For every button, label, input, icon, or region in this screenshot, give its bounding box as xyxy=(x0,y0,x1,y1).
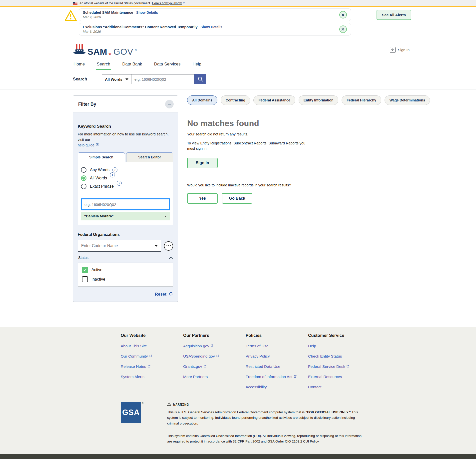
checkbox-active-label: Active xyxy=(91,268,102,272)
alert-show-details-link[interactable]: Show Details xyxy=(136,10,158,14)
footer-link-terms-of-use[interactable]: Terms of Use xyxy=(246,344,308,348)
alert-card: Exclusions “Additional Comments” Content… xyxy=(79,23,351,35)
search-button[interactable] xyxy=(194,74,206,84)
search-input[interactable] xyxy=(131,74,194,84)
select-arrow-icon xyxy=(155,245,158,247)
federal-organizations-heading: Federal Organizations xyxy=(78,232,173,237)
footer-link-our-community[interactable]: Our Community xyxy=(121,354,183,359)
nav-item-data-services[interactable]: Data Services xyxy=(154,61,181,70)
inactive-records-question: Would you like to include inactive recor… xyxy=(187,183,440,187)
external-link-icon xyxy=(149,354,152,359)
gsa-logo: GSA ® xyxy=(121,402,141,423)
checkbox-inactive-label: Inactive xyxy=(91,277,105,282)
dark-footer: SAM.gov An official website of the U.S. … xyxy=(0,454,476,459)
footer-link-acquisition-gov[interactable]: Acquisition.gov xyxy=(183,344,246,348)
footer-link-external-resources[interactable]: External Resources xyxy=(308,375,371,379)
footer-link-restricted-data-use[interactable]: Restricted Data Use xyxy=(246,364,308,369)
pill-federal-hierarchy[interactable]: Federal Hierarchy xyxy=(342,95,381,105)
sign-in-icon xyxy=(390,47,396,53)
no-results-text: Your search did not return any results. xyxy=(187,132,440,136)
footer-link-help[interactable]: Help xyxy=(308,344,371,348)
status-section-toggle[interactable]: Status xyxy=(78,255,173,260)
radio-all-words[interactable] xyxy=(81,175,86,181)
footer-link-system-alerts[interactable]: System Alerts xyxy=(121,375,183,379)
alert-title: Exclusions “Additional Comments” Content… xyxy=(83,25,198,29)
footer-link-privacy-policy[interactable]: Privacy Policy xyxy=(246,354,308,359)
radio-any-words[interactable] xyxy=(81,167,86,173)
close-icon[interactable] xyxy=(339,25,347,33)
footer-link-grants-gov[interactable]: Grants.gov xyxy=(183,364,246,369)
keyword-chip-label: "Daniela Morera" xyxy=(84,214,114,218)
org-more-options-button[interactable] xyxy=(164,241,173,251)
alert-show-details-link[interactable]: Show Details xyxy=(200,25,222,29)
warning-paragraph-1: This is a U.S. General Services Administ… xyxy=(167,410,365,426)
external-link-icon xyxy=(294,375,297,379)
main-nav: Home Search Data Bank Data Services Help xyxy=(0,61,476,70)
footer-link-check-entity-status[interactable]: Check Entity Status xyxy=(308,354,371,359)
content-area: Filter By Keyword Search For more inform… xyxy=(0,89,476,327)
uncle-sam-hat-icon xyxy=(73,43,86,56)
sam-gov-logo[interactable]: SAM ★ GOV ® xyxy=(73,43,137,56)
pill-federal-assistance[interactable]: Federal Assistance xyxy=(253,95,295,105)
go-back-button[interactable]: Go Back xyxy=(222,193,252,204)
footer-link-about-this-site[interactable]: About This Site xyxy=(121,344,183,348)
reset-filters[interactable]: Reset xyxy=(78,292,173,297)
footer-column-our-website: Our Website About This Site Our Communit… xyxy=(121,333,183,389)
logo-sam-text: SAM xyxy=(87,47,107,56)
collapse-filters-button[interactable] xyxy=(165,100,174,108)
external-link-icon xyxy=(147,364,151,369)
gsa-registered-mark: ® xyxy=(142,402,144,405)
tab-search-editor[interactable]: Search Editor xyxy=(126,152,173,162)
chip-remove-icon[interactable]: × xyxy=(164,214,167,218)
footer-link-contact[interactable]: Contact xyxy=(308,385,371,389)
search-row-label: Search xyxy=(73,77,102,82)
warning-title: WARNING xyxy=(173,403,189,407)
footer-column-our-partners: Our Partners Acquisition.gov USASpending… xyxy=(183,333,246,389)
logo-registered-mark: ® xyxy=(135,48,137,51)
nav-item-search[interactable]: Search xyxy=(96,61,111,70)
chevron-down-icon xyxy=(183,2,185,4)
nav-item-help[interactable]: Help xyxy=(192,61,202,70)
keyword-input[interactable] xyxy=(81,198,170,210)
nav-item-data-bank[interactable]: Data Bank xyxy=(122,61,142,70)
alert-date: Mar 6, 2026 xyxy=(83,30,335,33)
site-header: SAM ★ GOV ® Sign In xyxy=(0,38,476,61)
footer-link-accessibility[interactable]: Accessibility xyxy=(246,385,308,389)
external-link-icon xyxy=(95,143,99,148)
radio-exact-phrase[interactable] xyxy=(81,184,86,189)
footer-link-foia[interactable]: Freedom of Information Act xyxy=(246,375,308,379)
close-icon[interactable] xyxy=(339,11,347,18)
footer-link-federal-service-desk[interactable]: Federal Service Desk xyxy=(308,364,371,369)
radio-any-words-label: Any Words xyxy=(90,168,109,172)
checkbox-active[interactable] xyxy=(82,267,88,273)
sign-in-required-text: To view Entity Registrations, Subcontrac… xyxy=(187,141,313,151)
info-icon[interactable]: i xyxy=(117,181,122,186)
checkbox-inactive[interactable] xyxy=(82,276,88,282)
pill-wage-determinations[interactable]: Wage Determinations xyxy=(385,95,430,105)
footer-link-more-partners[interactable]: More Partners xyxy=(183,375,246,379)
pill-contracting[interactable]: Contracting xyxy=(221,95,250,105)
search-mode-select[interactable]: All Words xyxy=(102,74,131,84)
info-icon[interactable]: i xyxy=(110,172,115,177)
tab-simple-search[interactable]: Simple Search xyxy=(78,152,125,162)
radio-all-words-label: All Words xyxy=(90,176,107,180)
see-all-alerts-button[interactable]: See All Alerts xyxy=(377,10,412,20)
logo-gov-text: GOV xyxy=(113,47,133,56)
minus-icon xyxy=(168,104,171,105)
yes-button[interactable]: Yes xyxy=(187,193,218,204)
info-icon[interactable]: i xyxy=(112,167,117,172)
nav-item-home[interactable]: Home xyxy=(73,61,85,70)
banner-how-you-know-link[interactable]: Here's how you know xyxy=(152,1,185,5)
chevron-up-icon xyxy=(169,255,173,260)
pill-entity-information[interactable]: Entity Information xyxy=(299,95,339,105)
pill-all-domains[interactable]: All Domains xyxy=(187,95,217,105)
sign-in-link[interactable]: Sign In xyxy=(390,47,410,53)
federal-organizations-select[interactable]: Enter Code or Name xyxy=(78,240,161,252)
footer-link-release-notes[interactable]: Release Notes xyxy=(121,364,183,369)
sign-in-button[interactable]: Sign In xyxy=(187,158,218,168)
footer-link-usaspending-gov[interactable]: USASpending.gov xyxy=(183,354,246,359)
radio-exact-phrase-label: Exact Phrase xyxy=(90,184,114,189)
help-guide-link[interactable]: help guide xyxy=(78,143,99,148)
external-link-icon xyxy=(346,364,350,369)
warning-triangle-icon xyxy=(64,9,77,22)
